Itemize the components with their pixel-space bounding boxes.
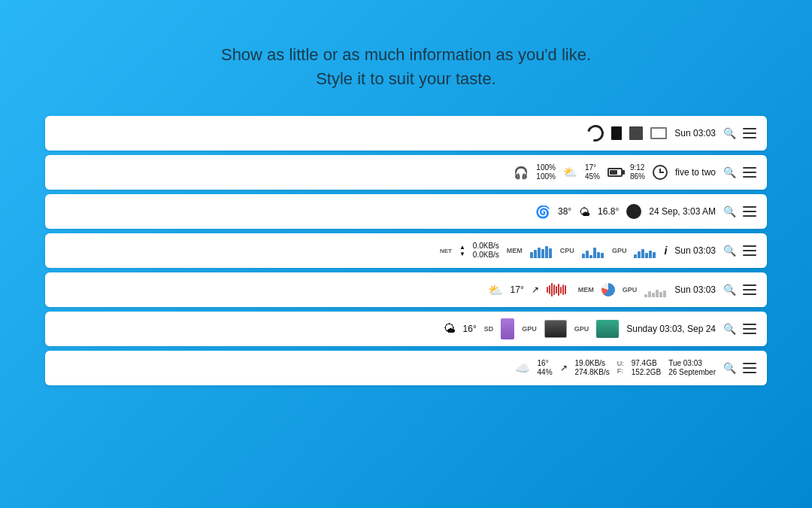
pie-item <box>601 283 615 297</box>
partly-cloudy-2-item: 🌤 <box>444 322 456 336</box>
five-to-two-text: five to two <box>675 167 716 178</box>
mem-label: MEM <box>507 247 523 254</box>
search-item-5[interactable]: 🔍 <box>723 284 735 296</box>
u-label: U: F: <box>617 360 624 376</box>
wave-item <box>547 283 571 297</box>
gpu-chart <box>634 243 656 258</box>
bar-purple-item <box>501 318 514 339</box>
menu-icon-6[interactable] <box>743 324 756 334</box>
headphone-item: 🎧 <box>514 166 529 180</box>
arrow-expand-2: ↗ <box>560 363 568 373</box>
time-item-1: Sun 03:03 <box>674 128 716 138</box>
net-up: 0.0KB/s <box>473 242 499 251</box>
mem-label2: MEM <box>578 286 594 294</box>
menu-icon-2[interactable] <box>743 167 756 178</box>
menu-icon-3[interactable] <box>743 206 756 217</box>
search-icon-5[interactable]: 🔍 <box>723 284 735 296</box>
search-item-4[interactable]: 🔍 <box>723 245 735 257</box>
bar-teal-item <box>596 320 619 338</box>
menubar-row-6: 🌤 16° SD GPU GPU Sunday 03:03, Sep 24 🔍 <box>45 312 767 346</box>
gpu-label-3: GPU <box>522 325 537 333</box>
menubar-row-5: ⛅ 17° ↗ MEM GP <box>45 272 767 307</box>
ring-icon-item <box>587 125 604 141</box>
gpu-label: GPU <box>612 247 627 254</box>
cpu-chart-bars <box>582 243 604 258</box>
headphone-icon: 🎧 <box>514 166 529 180</box>
cloud-stack: 16° 44% <box>538 359 553 377</box>
search-icon-2[interactable]: 🔍 <box>723 166 735 178</box>
gpu-label-4: GPU <box>574 325 589 333</box>
wave-chart-bars <box>547 283 571 297</box>
date-time-7: Tue 03:03 26 September <box>668 359 716 377</box>
net-down: 0.0KB/s <box>473 251 499 260</box>
fan-item: 🌀 <box>535 205 550 219</box>
net-label-item: NET <box>440 248 452 254</box>
clock-icon <box>653 165 668 180</box>
search-icon-6[interactable]: 🔍 <box>723 323 735 335</box>
battery-pct: 86% <box>630 172 645 181</box>
net-up-7: 19.0KB/s <box>575 359 610 368</box>
time-item-4: Sun 03:03 <box>674 245 716 256</box>
battery-time: 9:12 <box>630 163 645 172</box>
rect-outline-item <box>650 127 667 139</box>
net-arrows-icon: ▲ ▼ <box>459 244 465 257</box>
search-item-6[interactable]: 🔍 <box>723 323 735 335</box>
search-icon-1[interactable]: 🔍 <box>723 127 735 139</box>
time-text-5: Sun 03:03 <box>674 284 716 295</box>
rect-medium-icon <box>629 126 643 140</box>
bar-dark-item <box>544 320 567 338</box>
gpu-dotted-chart <box>644 282 667 297</box>
menu-icon-7[interactable] <box>743 363 756 373</box>
search-icon-4[interactable]: 🔍 <box>723 245 735 257</box>
bar-dark-icon <box>544 320 567 338</box>
search-icon-7[interactable]: 🔍 <box>723 362 735 374</box>
arrow-expand-item: ↗ <box>532 284 539 295</box>
info-item: i <box>664 245 667 257</box>
rect-medium-item <box>629 126 643 140</box>
search-item-1[interactable]: 🔍 <box>723 127 735 139</box>
date-time-text-6: Sunday 03:03, Sep 24 <box>626 324 716 334</box>
cloud-icon-2: ⛅ <box>563 166 577 179</box>
date-7: 26 September <box>668 368 716 377</box>
search-item-2[interactable]: 🔍 <box>723 166 735 178</box>
menu-icon-5[interactable] <box>743 284 756 295</box>
time-text-4: Sun 03:03 <box>674 245 716 256</box>
disk-free: 152.2GB <box>632 368 661 377</box>
cpu-chart <box>582 243 604 258</box>
weather-temp-stack: 17° 45% <box>585 163 600 181</box>
search-item-3[interactable]: 🔍 <box>723 205 735 217</box>
battery-pct-stack: 9:12 86% <box>630 163 645 181</box>
gpu-label4: GPU <box>574 325 589 333</box>
disk-stack: 97.4GB 152.2GB <box>632 359 661 377</box>
gpu-label-item: GPU <box>612 247 627 254</box>
bars-container: Sun 03:03 🔍 🎧 100% 100% ⛅ 17° 45% <box>45 116 767 385</box>
date-time-3: 24 Sep, 3:03 AM <box>649 206 716 217</box>
weather-temp: 17° <box>585 163 600 172</box>
fan-temp: 38° <box>558 206 571 217</box>
battery-item <box>607 168 623 177</box>
search-icon-3[interactable]: 🔍 <box>723 205 735 217</box>
menu-icon-4[interactable] <box>743 245 756 256</box>
net-down-7: 274.8KB/s <box>575 368 610 377</box>
menu-icon-1[interactable] <box>743 128 756 138</box>
gpu-chart-bars <box>634 243 656 258</box>
rect-solid-icon <box>611 126 622 140</box>
search-item-7[interactable]: 🔍 <box>723 362 735 374</box>
sd-label-item: SD <box>484 325 494 333</box>
u-f-labels: U: F: <box>617 360 624 376</box>
cloud-data-stack: 16° 44% <box>538 359 553 377</box>
moon-item <box>626 204 641 219</box>
date-time-text-3: 24 Sep, 3:03 AM <box>649 206 716 217</box>
date-time-6: Sunday 03:03, Sep 24 <box>626 324 716 334</box>
menubar-row-2: 🎧 100% 100% ⛅ 17° 45% 9:12 86% <box>45 155 767 190</box>
gpu-label2: GPU <box>623 286 638 294</box>
headphone-pct-top: 100% <box>536 163 556 172</box>
net-arrows: ▲ ▼ <box>459 244 465 257</box>
rect-solid-item <box>611 126 622 140</box>
headphone-pct-stack: 100% 100% <box>536 163 556 181</box>
five-to-two-item: five to two <box>675 167 716 178</box>
mem-chart-bars <box>530 243 553 258</box>
net-speeds: 0.0KB/s 0.0KB/s <box>473 242 499 260</box>
disk-used: 97.4GB <box>632 359 661 368</box>
fan-icon: 🌀 <box>535 205 550 219</box>
